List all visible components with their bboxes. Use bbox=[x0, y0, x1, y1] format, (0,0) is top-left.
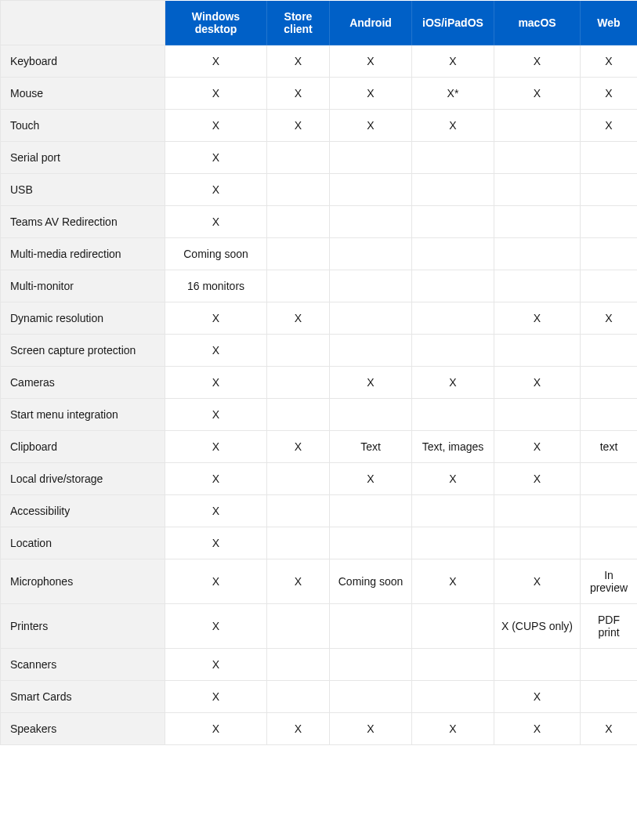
cell-value: X bbox=[412, 463, 494, 495]
cell-value bbox=[412, 335, 494, 367]
cell-value: X bbox=[165, 142, 267, 174]
cell-value: X bbox=[267, 559, 330, 604]
cell-value bbox=[581, 649, 638, 681]
cell-value: X bbox=[165, 335, 267, 367]
cell-value bbox=[267, 367, 330, 399]
row-label: Smart Cards bbox=[1, 681, 165, 713]
cell-value: X bbox=[494, 302, 581, 335]
cell-value bbox=[494, 527, 581, 559]
table-row: Start menu integrationX bbox=[1, 399, 638, 431]
cell-value: X bbox=[412, 559, 494, 604]
cell-value: X bbox=[581, 78, 638, 110]
cell-value bbox=[330, 335, 412, 367]
table-row: KeyboardXXXXXX bbox=[1, 45, 638, 78]
row-label: Speakers bbox=[1, 713, 165, 745]
row-label: Clipboard bbox=[1, 431, 165, 463]
cell-value bbox=[412, 174, 494, 206]
cell-value: X bbox=[581, 302, 638, 335]
col-header: iOS/iPadOS bbox=[412, 1, 494, 45]
cell-value: X bbox=[494, 78, 581, 110]
cell-value: Text, images bbox=[412, 431, 494, 463]
cell-value bbox=[581, 142, 638, 174]
row-label: Cameras bbox=[1, 367, 165, 399]
cell-value: X bbox=[412, 367, 494, 399]
cell-value bbox=[267, 206, 330, 238]
cell-value bbox=[581, 367, 638, 399]
cell-value bbox=[412, 681, 494, 713]
cell-value: X bbox=[581, 45, 638, 78]
table-row: USBX bbox=[1, 174, 638, 206]
cell-value bbox=[412, 270, 494, 302]
cell-value: X bbox=[581, 713, 638, 745]
cell-value bbox=[330, 604, 412, 649]
cell-value: X bbox=[412, 713, 494, 745]
cell-value: X bbox=[165, 559, 267, 604]
cell-value bbox=[412, 649, 494, 681]
cell-value bbox=[412, 238, 494, 270]
cell-value: X bbox=[330, 78, 412, 110]
cell-value: X bbox=[494, 681, 581, 713]
table-row: Dynamic resolutionXXXX bbox=[1, 302, 638, 335]
cell-value: X bbox=[165, 78, 267, 110]
cell-value: X bbox=[267, 45, 330, 78]
cell-value bbox=[330, 206, 412, 238]
col-header: Store client bbox=[267, 1, 330, 45]
row-label: Local drive/storage bbox=[1, 463, 165, 495]
cell-value: X bbox=[412, 45, 494, 78]
cell-value bbox=[494, 495, 581, 527]
table-row: CamerasXXXX bbox=[1, 367, 638, 399]
table-row: ScannersX bbox=[1, 649, 638, 681]
table-body: KeyboardXXXXXXMouseXXXX*XXTouchXXXXXSeri… bbox=[1, 45, 638, 745]
table-row: Smart CardsXX bbox=[1, 681, 638, 713]
cell-value bbox=[494, 174, 581, 206]
cell-value bbox=[267, 142, 330, 174]
cell-value bbox=[330, 527, 412, 559]
cell-value: X bbox=[165, 367, 267, 399]
cell-value bbox=[267, 238, 330, 270]
row-label: Microphones bbox=[1, 559, 165, 604]
cell-value bbox=[330, 681, 412, 713]
row-label: Multi-monitor bbox=[1, 270, 165, 302]
row-label: Multi-media redirection bbox=[1, 238, 165, 270]
cell-value: X bbox=[165, 110, 267, 142]
table-row: Teams AV RedirectionX bbox=[1, 206, 638, 238]
table-row: MicrophonesXXComing soonXXIn preview bbox=[1, 559, 638, 604]
cell-value bbox=[581, 174, 638, 206]
cell-value: X bbox=[267, 110, 330, 142]
cell-value: X bbox=[165, 649, 267, 681]
row-label: Location bbox=[1, 527, 165, 559]
table-row: MouseXXXX*XX bbox=[1, 78, 638, 110]
cell-value bbox=[581, 335, 638, 367]
col-header: Android bbox=[330, 1, 412, 45]
cell-value bbox=[494, 270, 581, 302]
cell-value: X bbox=[165, 174, 267, 206]
header-corner bbox=[1, 1, 165, 45]
cell-value: X bbox=[494, 45, 581, 78]
cell-value bbox=[330, 270, 412, 302]
cell-value: X bbox=[165, 681, 267, 713]
table-row: PrintersXX (CUPS only)PDF print bbox=[1, 604, 638, 649]
row-label: Printers bbox=[1, 604, 165, 649]
cell-value bbox=[412, 527, 494, 559]
row-label: Dynamic resolution bbox=[1, 302, 165, 335]
cell-value bbox=[267, 463, 330, 495]
cell-value: 16 monitors bbox=[165, 270, 267, 302]
cell-value bbox=[412, 399, 494, 431]
row-label: USB bbox=[1, 174, 165, 206]
cell-value bbox=[581, 206, 638, 238]
cell-value bbox=[330, 238, 412, 270]
table-header: Windows desktop Store client Android iOS… bbox=[1, 1, 638, 45]
cell-value bbox=[494, 649, 581, 681]
cell-value: X bbox=[494, 463, 581, 495]
cell-value bbox=[494, 110, 581, 142]
cell-value: X bbox=[494, 431, 581, 463]
cell-value bbox=[267, 681, 330, 713]
row-label: Keyboard bbox=[1, 45, 165, 78]
cell-value bbox=[330, 495, 412, 527]
table-row: LocationX bbox=[1, 527, 638, 559]
cell-value bbox=[267, 527, 330, 559]
cell-value bbox=[330, 649, 412, 681]
cell-value bbox=[267, 604, 330, 649]
cell-value: X bbox=[494, 713, 581, 745]
cell-value: X bbox=[330, 45, 412, 78]
